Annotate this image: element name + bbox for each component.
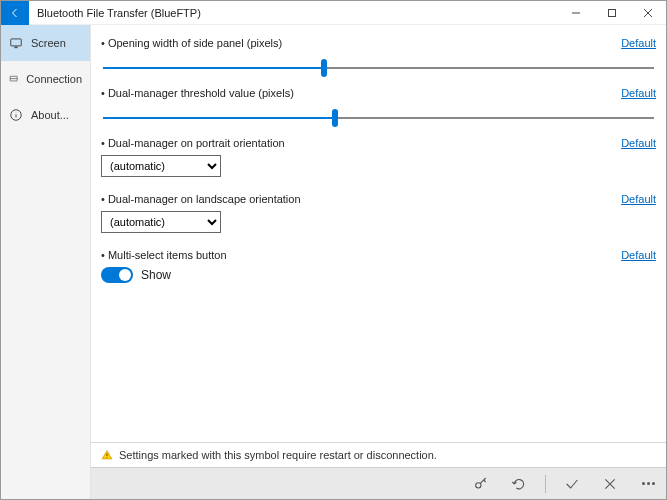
- check-icon: [564, 476, 580, 492]
- sidebar-item-screen[interactable]: Screen: [1, 25, 90, 61]
- svg-rect-0: [609, 9, 616, 16]
- dual-threshold-slider[interactable]: [103, 117, 654, 119]
- separator: [545, 475, 546, 493]
- app-window: Bluetooth File Transfer (BlueFTP) Screen…: [0, 0, 667, 500]
- window-title: Bluetooth File Transfer (BlueFTP): [37, 7, 558, 19]
- default-link[interactable]: Default: [621, 87, 656, 99]
- undo-icon: [511, 476, 527, 492]
- warning-icon: [101, 449, 113, 461]
- back-button[interactable]: [1, 1, 29, 25]
- default-link[interactable]: Default: [621, 193, 656, 205]
- dual-landscape-select[interactable]: (automatic): [101, 211, 221, 233]
- multiselect-toggle[interactable]: [101, 267, 133, 283]
- default-link[interactable]: Default: [621, 249, 656, 261]
- connection-icon: [9, 72, 18, 86]
- svg-point-4: [107, 457, 108, 458]
- dual-portrait-select[interactable]: (automatic): [101, 155, 221, 177]
- edit-button[interactable]: [469, 472, 493, 496]
- key-icon: [473, 476, 489, 492]
- setting-dual-threshold: Dual-manager threshold value (pixels) De…: [101, 87, 656, 121]
- sidebar-item-label: Connection: [26, 73, 82, 85]
- body: Screen Connection About... Opening width…: [1, 25, 666, 499]
- opening-width-slider[interactable]: [103, 67, 654, 69]
- setting-label: Multi-select items button: [101, 249, 613, 261]
- setting-label: Dual-manager on portrait orientation: [101, 137, 613, 149]
- setting-dual-landscape: Dual-manager on landscape orientation De…: [101, 193, 656, 233]
- setting-label: Opening width of side panel (pixels): [101, 37, 613, 49]
- more-icon: [642, 482, 655, 485]
- minimize-icon: [571, 8, 581, 18]
- setting-dual-portrait: Dual-manager on portrait orientation Def…: [101, 137, 656, 177]
- svg-point-5: [476, 482, 481, 487]
- default-link[interactable]: Default: [621, 137, 656, 149]
- cancel-button[interactable]: [598, 472, 622, 496]
- titlebar: Bluetooth File Transfer (BlueFTP): [1, 1, 666, 25]
- maximize-icon: [607, 8, 617, 18]
- content-area: Opening width of side panel (pixels) Def…: [91, 25, 666, 499]
- maximize-button[interactable]: [594, 1, 630, 25]
- setting-label: Dual-manager threshold value (pixels): [101, 87, 613, 99]
- close-button[interactable]: [630, 1, 666, 25]
- settings-panel: Opening width of side panel (pixels) Def…: [91, 25, 666, 442]
- close-icon: [643, 8, 653, 18]
- sidebar: Screen Connection About...: [1, 25, 91, 499]
- arrow-left-icon: [9, 7, 21, 19]
- setting-opening-width: Opening width of side panel (pixels) Def…: [101, 37, 656, 71]
- footer-toolbar: [91, 467, 666, 499]
- info-icon: [9, 108, 23, 122]
- svg-rect-1: [11, 39, 22, 46]
- minimize-button[interactable]: [558, 1, 594, 25]
- more-button[interactable]: [636, 472, 660, 496]
- toggle-state-label: Show: [141, 268, 171, 282]
- sidebar-item-label: About...: [31, 109, 69, 121]
- sidebar-item-about[interactable]: About...: [1, 97, 90, 133]
- sidebar-item-connection[interactable]: Connection: [1, 61, 90, 97]
- setting-label: Dual-manager on landscape orientation: [101, 193, 613, 205]
- notice-text: Settings marked with this symbol require…: [119, 449, 437, 461]
- setting-multiselect: Multi-select items button Default Show: [101, 249, 656, 283]
- monitor-icon: [9, 36, 23, 50]
- x-icon: [602, 476, 618, 492]
- apply-button[interactable]: [560, 472, 584, 496]
- notice-bar: Settings marked with this symbol require…: [91, 442, 666, 467]
- default-link[interactable]: Default: [621, 37, 656, 49]
- sidebar-item-label: Screen: [31, 37, 66, 49]
- undo-button[interactable]: [507, 472, 531, 496]
